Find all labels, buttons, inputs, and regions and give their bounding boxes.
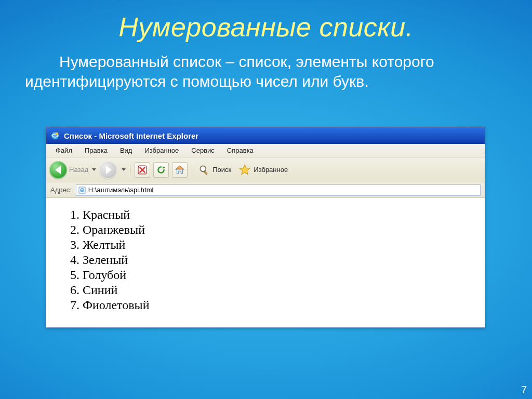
list-item: Желтый xyxy=(83,237,473,252)
address-input[interactable]: H:\аштимэль\spi.html xyxy=(76,184,481,196)
refresh-button[interactable] xyxy=(153,162,169,178)
window-titlebar: Список - Microsoft Internet Explorer xyxy=(46,127,485,144)
chevron-down-icon[interactable] xyxy=(122,168,126,171)
slide-number: 7 xyxy=(521,384,527,396)
toolbar: Назад xyxy=(46,157,485,182)
favorites-button[interactable]: Избранное xyxy=(236,163,290,177)
slide-title: Нумерованные списки. xyxy=(0,0,532,43)
menu-file[interactable]: Файл xyxy=(49,145,78,156)
back-label: Назад xyxy=(69,166,88,174)
stop-icon xyxy=(138,165,147,175)
page-icon xyxy=(78,187,86,194)
search-icon xyxy=(198,164,210,176)
page-content: Красный Оранжевый Желтый Зеленый Голубой… xyxy=(46,198,485,327)
browser-window: Список - Microsoft Internet Explorer Фай… xyxy=(46,127,485,328)
home-button[interactable] xyxy=(172,162,188,178)
back-button[interactable]: Назад xyxy=(49,161,96,179)
list-item: Голубой xyxy=(83,268,473,283)
ordered-list: Красный Оранжевый Желтый Зеленый Голубой… xyxy=(68,207,473,313)
forward-icon xyxy=(106,166,112,174)
svg-marker-10 xyxy=(240,165,250,175)
svg-marker-5 xyxy=(163,166,166,169)
menu-favorites[interactable]: Избранное xyxy=(138,145,185,156)
list-item: Оранжевый xyxy=(83,222,473,237)
svg-marker-7 xyxy=(176,166,184,169)
address-label: Адрес: xyxy=(50,186,72,194)
favorites-label: Избранное xyxy=(254,166,288,174)
window-title: Список - Microsoft Internet Explorer xyxy=(64,131,198,140)
menu-bar: Файл Правка Вид Избранное Сервис Справка xyxy=(46,144,485,157)
menu-view[interactable]: Вид xyxy=(114,145,139,156)
svg-point-12 xyxy=(80,188,84,192)
refresh-icon xyxy=(156,165,166,175)
svg-point-8 xyxy=(201,166,206,171)
list-item: Зеленый xyxy=(83,252,473,268)
search-button[interactable]: Поиск xyxy=(196,163,233,177)
back-icon xyxy=(49,161,67,179)
search-label: Поиск xyxy=(212,166,231,174)
separator xyxy=(130,161,130,179)
home-icon xyxy=(175,165,185,175)
menu-tools[interactable]: Сервис xyxy=(185,145,221,156)
menu-help[interactable]: Справка xyxy=(221,145,260,156)
list-item: Фиолетовый xyxy=(83,298,473,313)
address-value: H:\аштимэль\spi.html xyxy=(88,186,154,194)
star-icon xyxy=(238,164,251,176)
ie-logo-icon xyxy=(50,131,60,140)
menu-edit[interactable]: Правка xyxy=(78,145,114,156)
slide-body-text: Нумерованный список – список, элементы к… xyxy=(0,43,532,92)
list-item: Синий xyxy=(83,283,473,298)
separator xyxy=(192,161,192,179)
stop-button[interactable] xyxy=(135,162,150,178)
forward-button[interactable] xyxy=(99,161,117,179)
chevron-down-icon xyxy=(92,168,96,171)
svg-rect-9 xyxy=(204,171,207,175)
list-item: Красный xyxy=(83,207,473,222)
svg-point-1 xyxy=(56,132,58,135)
address-bar: Адрес: H:\аштимэль\spi.html xyxy=(46,182,485,198)
